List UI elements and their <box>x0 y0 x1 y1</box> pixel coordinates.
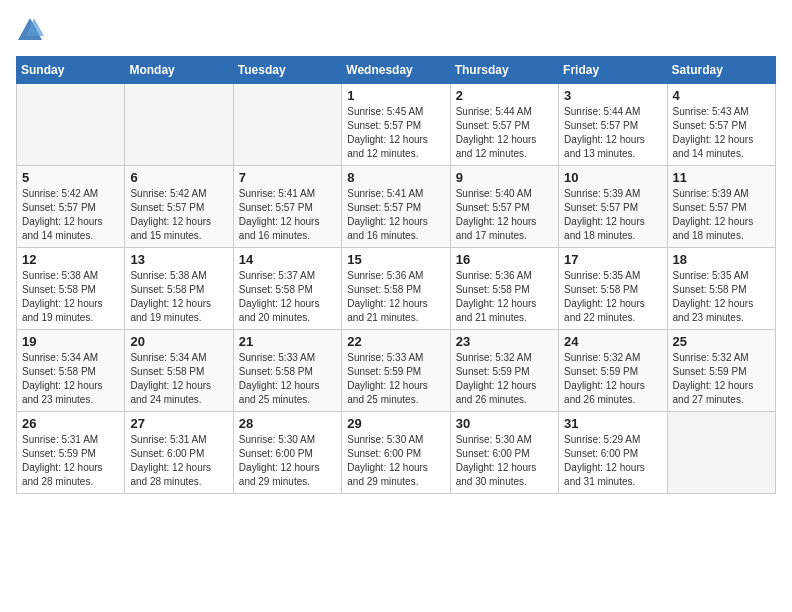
day-info: Sunrise: 5:31 AMSunset: 5:59 PMDaylight:… <box>22 433 119 489</box>
day-header-tuesday: Tuesday <box>233 57 341 84</box>
day-cell: 19Sunrise: 5:34 AMSunset: 5:58 PMDayligh… <box>17 330 125 412</box>
day-cell <box>233 84 341 166</box>
day-number: 5 <box>22 170 119 185</box>
day-cell: 28Sunrise: 5:30 AMSunset: 6:00 PMDayligh… <box>233 412 341 494</box>
day-info: Sunrise: 5:35 AMSunset: 5:58 PMDaylight:… <box>564 269 661 325</box>
day-cell: 14Sunrise: 5:37 AMSunset: 5:58 PMDayligh… <box>233 248 341 330</box>
day-number: 3 <box>564 88 661 103</box>
day-number: 16 <box>456 252 553 267</box>
day-header-thursday: Thursday <box>450 57 558 84</box>
day-number: 14 <box>239 252 336 267</box>
day-number: 24 <box>564 334 661 349</box>
day-header-monday: Monday <box>125 57 233 84</box>
day-number: 26 <box>22 416 119 431</box>
day-cell: 12Sunrise: 5:38 AMSunset: 5:58 PMDayligh… <box>17 248 125 330</box>
day-number: 21 <box>239 334 336 349</box>
day-info: Sunrise: 5:41 AMSunset: 5:57 PMDaylight:… <box>239 187 336 243</box>
day-cell <box>17 84 125 166</box>
week-row-3: 12Sunrise: 5:38 AMSunset: 5:58 PMDayligh… <box>17 248 776 330</box>
day-number: 1 <box>347 88 444 103</box>
day-cell: 23Sunrise: 5:32 AMSunset: 5:59 PMDayligh… <box>450 330 558 412</box>
day-info: Sunrise: 5:44 AMSunset: 5:57 PMDaylight:… <box>564 105 661 161</box>
week-row-5: 26Sunrise: 5:31 AMSunset: 5:59 PMDayligh… <box>17 412 776 494</box>
day-info: Sunrise: 5:42 AMSunset: 5:57 PMDaylight:… <box>130 187 227 243</box>
day-header-wednesday: Wednesday <box>342 57 450 84</box>
day-cell: 30Sunrise: 5:30 AMSunset: 6:00 PMDayligh… <box>450 412 558 494</box>
day-cell: 1Sunrise: 5:45 AMSunset: 5:57 PMDaylight… <box>342 84 450 166</box>
day-number: 12 <box>22 252 119 267</box>
day-number: 28 <box>239 416 336 431</box>
day-info: Sunrise: 5:35 AMSunset: 5:58 PMDaylight:… <box>673 269 770 325</box>
day-number: 25 <box>673 334 770 349</box>
day-info: Sunrise: 5:39 AMSunset: 5:57 PMDaylight:… <box>564 187 661 243</box>
day-info: Sunrise: 5:34 AMSunset: 5:58 PMDaylight:… <box>130 351 227 407</box>
day-info: Sunrise: 5:36 AMSunset: 5:58 PMDaylight:… <box>456 269 553 325</box>
day-number: 18 <box>673 252 770 267</box>
day-info: Sunrise: 5:29 AMSunset: 6:00 PMDaylight:… <box>564 433 661 489</box>
day-cell <box>125 84 233 166</box>
day-number: 8 <box>347 170 444 185</box>
day-number: 29 <box>347 416 444 431</box>
day-header-sunday: Sunday <box>17 57 125 84</box>
day-info: Sunrise: 5:31 AMSunset: 6:00 PMDaylight:… <box>130 433 227 489</box>
day-info: Sunrise: 5:45 AMSunset: 5:57 PMDaylight:… <box>347 105 444 161</box>
day-cell: 17Sunrise: 5:35 AMSunset: 5:58 PMDayligh… <box>559 248 667 330</box>
day-info: Sunrise: 5:33 AMSunset: 5:58 PMDaylight:… <box>239 351 336 407</box>
day-info: Sunrise: 5:33 AMSunset: 5:59 PMDaylight:… <box>347 351 444 407</box>
day-cell: 24Sunrise: 5:32 AMSunset: 5:59 PMDayligh… <box>559 330 667 412</box>
day-cell: 5Sunrise: 5:42 AMSunset: 5:57 PMDaylight… <box>17 166 125 248</box>
day-number: 30 <box>456 416 553 431</box>
day-cell: 25Sunrise: 5:32 AMSunset: 5:59 PMDayligh… <box>667 330 775 412</box>
calendar-table: SundayMondayTuesdayWednesdayThursdayFrid… <box>16 56 776 494</box>
day-number: 7 <box>239 170 336 185</box>
day-number: 23 <box>456 334 553 349</box>
day-info: Sunrise: 5:40 AMSunset: 5:57 PMDaylight:… <box>456 187 553 243</box>
day-cell: 9Sunrise: 5:40 AMSunset: 5:57 PMDaylight… <box>450 166 558 248</box>
day-cell: 3Sunrise: 5:44 AMSunset: 5:57 PMDaylight… <box>559 84 667 166</box>
logo-icon <box>16 16 44 44</box>
day-info: Sunrise: 5:43 AMSunset: 5:57 PMDaylight:… <box>673 105 770 161</box>
day-cell: 26Sunrise: 5:31 AMSunset: 5:59 PMDayligh… <box>17 412 125 494</box>
day-header-friday: Friday <box>559 57 667 84</box>
day-cell: 27Sunrise: 5:31 AMSunset: 6:00 PMDayligh… <box>125 412 233 494</box>
day-info: Sunrise: 5:30 AMSunset: 6:00 PMDaylight:… <box>239 433 336 489</box>
day-info: Sunrise: 5:37 AMSunset: 5:58 PMDaylight:… <box>239 269 336 325</box>
day-cell: 22Sunrise: 5:33 AMSunset: 5:59 PMDayligh… <box>342 330 450 412</box>
day-number: 31 <box>564 416 661 431</box>
day-cell: 2Sunrise: 5:44 AMSunset: 5:57 PMDaylight… <box>450 84 558 166</box>
day-info: Sunrise: 5:38 AMSunset: 5:58 PMDaylight:… <box>22 269 119 325</box>
day-number: 10 <box>564 170 661 185</box>
day-number: 22 <box>347 334 444 349</box>
day-cell: 20Sunrise: 5:34 AMSunset: 5:58 PMDayligh… <box>125 330 233 412</box>
day-number: 19 <box>22 334 119 349</box>
day-info: Sunrise: 5:30 AMSunset: 6:00 PMDaylight:… <box>456 433 553 489</box>
day-number: 13 <box>130 252 227 267</box>
logo <box>16 16 46 44</box>
day-cell: 10Sunrise: 5:39 AMSunset: 5:57 PMDayligh… <box>559 166 667 248</box>
day-cell: 29Sunrise: 5:30 AMSunset: 6:00 PMDayligh… <box>342 412 450 494</box>
day-cell: 18Sunrise: 5:35 AMSunset: 5:58 PMDayligh… <box>667 248 775 330</box>
day-cell <box>667 412 775 494</box>
day-number: 11 <box>673 170 770 185</box>
week-row-2: 5Sunrise: 5:42 AMSunset: 5:57 PMDaylight… <box>17 166 776 248</box>
day-cell: 6Sunrise: 5:42 AMSunset: 5:57 PMDaylight… <box>125 166 233 248</box>
day-info: Sunrise: 5:44 AMSunset: 5:57 PMDaylight:… <box>456 105 553 161</box>
day-info: Sunrise: 5:39 AMSunset: 5:57 PMDaylight:… <box>673 187 770 243</box>
day-cell: 16Sunrise: 5:36 AMSunset: 5:58 PMDayligh… <box>450 248 558 330</box>
day-cell: 31Sunrise: 5:29 AMSunset: 6:00 PMDayligh… <box>559 412 667 494</box>
day-number: 15 <box>347 252 444 267</box>
page-header <box>16 16 776 44</box>
day-cell: 4Sunrise: 5:43 AMSunset: 5:57 PMDaylight… <box>667 84 775 166</box>
header-row: SundayMondayTuesdayWednesdayThursdayFrid… <box>17 57 776 84</box>
day-cell: 7Sunrise: 5:41 AMSunset: 5:57 PMDaylight… <box>233 166 341 248</box>
day-cell: 21Sunrise: 5:33 AMSunset: 5:58 PMDayligh… <box>233 330 341 412</box>
day-info: Sunrise: 5:34 AMSunset: 5:58 PMDaylight:… <box>22 351 119 407</box>
day-info: Sunrise: 5:32 AMSunset: 5:59 PMDaylight:… <box>673 351 770 407</box>
day-info: Sunrise: 5:32 AMSunset: 5:59 PMDaylight:… <box>456 351 553 407</box>
day-number: 4 <box>673 88 770 103</box>
day-cell: 11Sunrise: 5:39 AMSunset: 5:57 PMDayligh… <box>667 166 775 248</box>
day-number: 20 <box>130 334 227 349</box>
day-info: Sunrise: 5:30 AMSunset: 6:00 PMDaylight:… <box>347 433 444 489</box>
day-info: Sunrise: 5:38 AMSunset: 5:58 PMDaylight:… <box>130 269 227 325</box>
day-number: 17 <box>564 252 661 267</box>
